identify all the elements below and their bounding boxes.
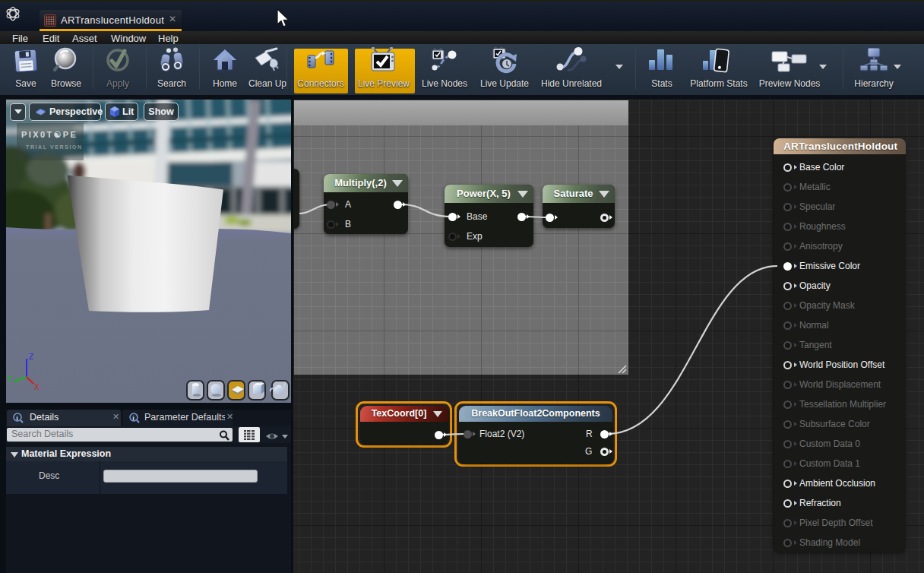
svg-text:Z: Z [29, 353, 33, 361]
svg-text:Y: Y [7, 375, 12, 383]
svg-text:X: X [34, 383, 40, 391]
